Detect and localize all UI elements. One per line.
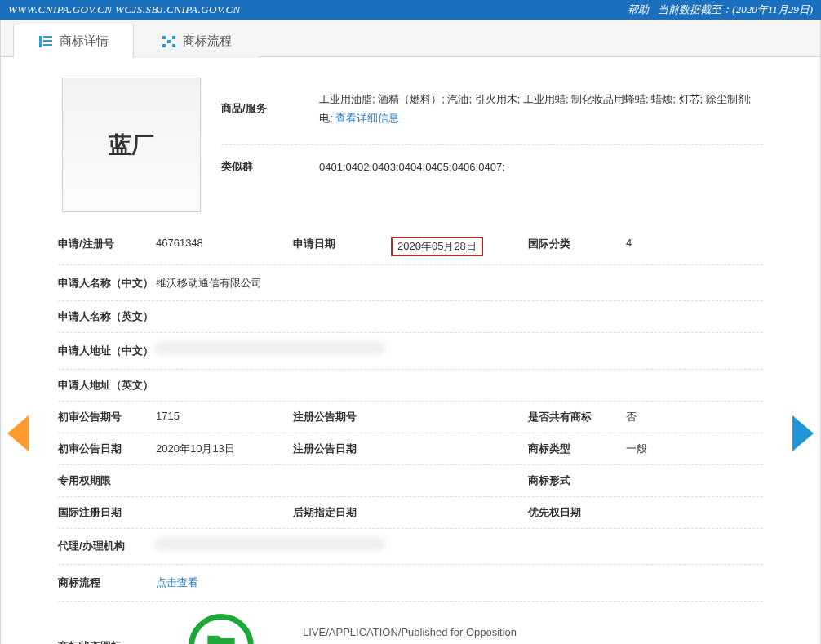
svg-rect-0: [39, 36, 42, 47]
appdate-label: 申请日期: [293, 237, 391, 256]
row-prelim: 初审公告期号1715 注册公告期号 是否共有商标否: [58, 402, 763, 433]
status-icon: [189, 614, 254, 644]
row-excl: 专用权期限 商标形式: [58, 465, 763, 497]
regno-label: 申请/注册号: [58, 237, 156, 256]
later-label: 后期指定日期: [293, 505, 391, 520]
goods-more-link[interactable]: 查看详细信息: [335, 112, 399, 124]
tabs: 商标详情 商标流程: [1, 20, 820, 57]
trademark-image: 蓝厂: [62, 78, 201, 212]
tab-detail-label: 商标详情: [60, 33, 109, 49]
addr-en-label: 申请人地址（英文）: [58, 378, 156, 393]
status-title: LIVE/APPLICATION/Published for Oppositio…: [303, 626, 517, 638]
prio-label: 优先权日期: [528, 505, 626, 520]
addr-cn-label: 申请人地址（中文）: [58, 344, 156, 358]
intlcls-label: 国际分类: [528, 237, 626, 256]
addr-cn-redacted: [156, 341, 384, 354]
prelim-date-value: 2020年10月13日: [156, 442, 235, 456]
reg-ann-date-label: 注册公告日期: [293, 442, 391, 456]
topbar-urls: WWW.CNIPA.GOV.CN WCJS.SBJ.CNIPA.GOV.CN: [8, 3, 241, 16]
applicant-cn-label: 申请人名称（中文）: [58, 276, 156, 291]
svg-rect-1: [43, 36, 52, 38]
row-agent: 代理/办理机构: [58, 529, 763, 565]
tab-flow[interactable]: 商标流程: [136, 24, 257, 58]
row-intlreg: 国际注册日期 后期指定日期 优先权日期: [58, 497, 763, 529]
shared-value: 否: [626, 410, 637, 424]
row-applicant-en: 申请人名称（英文）: [58, 301, 763, 333]
goods-label: 商品/服务: [221, 101, 319, 116]
row-addr-en: 申请人地址（英文）: [58, 370, 763, 402]
reg-ann-no-label: 注册公告期号: [293, 410, 391, 424]
data-until: 当前数据截至：(2020年11月29日): [658, 3, 813, 16]
status-label: 商标状态图标: [58, 639, 156, 644]
flow-icon: [162, 34, 176, 49]
row-flow: 商标流程 点击查看: [58, 565, 763, 601]
flow-label: 商标流程: [58, 575, 156, 590]
svg-rect-7: [172, 44, 175, 47]
svg-rect-3: [43, 44, 52, 46]
agent-label: 代理/办理机构: [58, 539, 156, 553]
similar-value: 0401;0402;0403;0404;0405;0406;0407;: [319, 158, 763, 176]
svg-rect-2: [43, 40, 52, 42]
prelim-no-value: 1715: [156, 410, 180, 424]
shared-label: 是否共有商标: [528, 410, 626, 424]
regno-value: 46761348: [156, 237, 203, 256]
prelim-no-label: 初审公告期号: [58, 410, 156, 424]
addr-cn-value: [156, 341, 763, 360]
row-prelim-date: 初审公告日期2020年10月13日 注册公告日期 商标类型一般: [58, 433, 763, 465]
appdate-value: 2020年05月28日: [391, 237, 483, 256]
topbar: WWW.CNIPA.GOV.CN WCJS.SBJ.CNIPA.GOV.CN 帮…: [0, 0, 821, 20]
svg-rect-4: [162, 36, 166, 39]
goods-value: 工业用油脂; 酒精（燃料）; 汽油; 引火用木; 工业用蜡; 制化妆品用蜂蜡; …: [319, 90, 763, 128]
row-status: 商标状态图标 LIVE/APPLICATION/Published for Op…: [58, 602, 763, 644]
prelim-date-label: 初审公告日期: [58, 442, 156, 456]
svg-rect-8: [167, 40, 171, 43]
intlcls-value: 4: [626, 237, 632, 256]
header-row: 蓝厂 商品/服务 工业用油脂; 酒精（燃料）; 汽油; 引火用木; 工业用蜡; …: [58, 78, 763, 212]
row-applicant-cn: 申请人名称（中文） 维沃移动通信有限公司: [58, 265, 763, 301]
tab-detail[interactable]: 商标详情: [13, 24, 134, 58]
intlreg-label: 国际注册日期: [58, 505, 156, 520]
svg-rect-5: [162, 44, 166, 47]
applicant-cn-value: 维沃移动通信有限公司: [156, 273, 763, 292]
container: 商标详情 商标流程 蓝厂 商品/服务 工业用油脂; 酒精（燃料）; 汽油; 引火…: [0, 20, 821, 644]
similar-label: 类似群: [221, 159, 319, 174]
tab-flow-label: 商标流程: [183, 33, 232, 49]
svg-rect-6: [172, 36, 175, 39]
content: 蓝厂 商品/服务 工业用油脂; 酒精（燃料）; 汽油; 引火用木; 工业用蜡; …: [1, 57, 820, 644]
agent-value: [156, 537, 763, 556]
empty-label: [293, 473, 391, 488]
goods-row: 商品/服务 工业用油脂; 酒精（燃料）; 汽油; 引火用木; 工业用蜡; 制化妆…: [221, 78, 763, 145]
topbar-right: 帮助 当前数据截至：(2020年11月29日): [621, 2, 813, 17]
detail-icon: [38, 34, 53, 49]
form-label: 商标形式: [528, 473, 626, 488]
help-link[interactable]: 帮助: [628, 3, 649, 16]
flow-link[interactable]: 点击查看: [156, 576, 198, 588]
excl-label: 专用权期限: [58, 473, 156, 488]
type-value: 一般: [626, 442, 647, 456]
row-regno: 申请/注册号46761348 申请日期2020年05月28日 国际分类4: [58, 229, 763, 265]
trademark-text: 蓝厂: [109, 130, 154, 161]
status-text: LIVE/APPLICATION/Published for Oppositio…: [303, 626, 517, 644]
header-right: 商品/服务 工业用油脂; 酒精（燃料）; 汽油; 引火用木; 工业用蜡; 制化妆…: [221, 78, 763, 212]
row-addr-cn: 申请人地址（中文）: [58, 333, 763, 369]
applicant-en-label: 申请人名称（英文）: [58, 309, 156, 324]
type-label: 商标类型: [528, 442, 626, 456]
similar-row: 类似群 0401;0402;0403;0404;0405;0406;0407;: [221, 145, 763, 193]
agent-redacted: [156, 537, 384, 550]
